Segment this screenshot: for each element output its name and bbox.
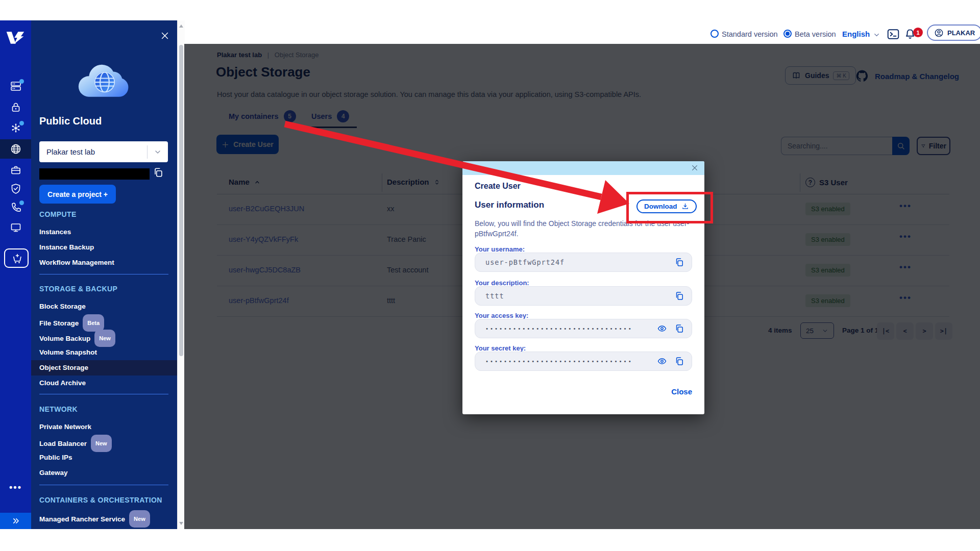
download-icon [681,203,689,210]
public-cloud-sidebar: Public Cloud Plakar test lab Create a pr… [31,20,177,529]
expand-sidebar-button[interactable] [0,513,31,529]
rail-shield-icon[interactable] [0,179,31,198]
terminal-icon[interactable] [887,28,900,41]
sidebar-item-managed-rancher[interactable]: Managed Rancher ServiceNew [31,510,177,525]
sidebar-divider [39,394,168,394]
modal-body-text: Below, you will find the Object Storage … [475,218,696,239]
standard-version-radio[interactable] [710,30,719,38]
beta-version-label[interactable]: Beta version [795,30,836,38]
access-key-field: •••••••••••••••••••••••••••••••• [475,319,692,338]
rail-network-hub-icon[interactable] [0,118,31,138]
scrollbar-thumb[interactable] [179,45,183,356]
sidebar-item-instances[interactable]: Instances [31,224,177,240]
sidebar-item-label: Cloud Archive [39,379,86,387]
sidebar-item-label: File Storage [39,319,79,327]
person-icon [934,28,944,38]
description-value: tttt [475,292,674,300]
modal-section-title: User information [475,200,544,210]
copy-icon[interactable] [674,356,684,366]
copy-icon[interactable] [674,323,684,334]
sidebar-item-workflow-management[interactable]: Workflow Management [31,255,177,270]
chevron-down-icon [148,148,168,156]
standard-version-label[interactable]: Standard version [722,30,778,38]
eye-icon[interactable] [657,356,667,366]
notification-dot [19,79,24,84]
username-label: Your username: [475,245,525,253]
sidebar-item-file-storage[interactable]: File StorageBeta [31,314,177,330]
sidebar-item-instance-backup[interactable]: Instance Backup [31,240,177,255]
rail-servers-icon[interactable] [0,77,31,96]
sidebar-section-network: NETWORK Private Network Load BalancerNew… [31,405,177,481]
sidebar-item-block-storage[interactable]: Block Storage [31,299,177,314]
new-badge: New [91,435,112,452]
rail-phone-icon[interactable] [0,198,31,217]
copy-icon[interactable] [674,257,684,267]
copy-icon[interactable] [674,291,684,301]
sidebar-item-volume-backup[interactable]: Volume BackupNew [31,330,177,345]
sidebar-item-public-ips[interactable]: Public IPs [31,450,177,465]
rail-security-lock-icon[interactable] [0,97,31,117]
sidebar-item-label: Private Network [39,423,91,431]
sidebar-item-label: Workflow Management [39,259,114,266]
language-selector[interactable]: English [842,30,870,38]
account-button[interactable]: PLAKAR [927,24,980,41]
section-heading: NETWORK [31,405,177,414]
rail-more-button[interactable]: ••• [0,482,31,493]
icon-rail: ••• [0,20,31,529]
sidebar-item-label: Block Storage [39,303,86,310]
modal-close-link[interactable]: Close [671,387,692,396]
sidebar-item-load-balancer[interactable]: Load BalancerNew [31,435,177,450]
sidebar-item-volume-snapshot[interactable]: Volume Snapshot [31,345,177,360]
sidebar-scrollbar[interactable] [177,20,185,529]
rail-public-cloud-globe-icon[interactable] [0,139,31,159]
sidebar-title: Public Cloud [39,115,102,127]
scroll-down-arrow-icon[interactable] [179,522,183,525]
secret-key-label: Your secret key: [475,344,526,352]
notification-dot [19,201,24,205]
secret-key-masked-value: •••••••••••••••••••••••••••••••• [475,359,657,364]
access-key-masked-value: •••••••••••••••••••••••••••••••• [475,326,657,332]
scroll-up-arrow-icon[interactable] [179,24,183,28]
rail-briefcase-icon[interactable] [0,160,31,180]
cloud-illustration [75,57,135,104]
description-field: tttt [475,286,692,306]
sidebar-item-label: Load Balancer [39,440,87,447]
beta-version-radio[interactable] [783,30,792,38]
download-button[interactable]: Download [636,199,697,213]
eye-icon[interactable] [657,323,667,334]
section-heading: STORAGE & BACKUP [31,285,177,294]
sidebar-section-compute: COMPUTE Instances Instance Backup Workfl… [31,210,177,270]
beta-badge: Beta [83,314,104,332]
notification-count-badge[interactable]: 1 [913,28,923,37]
username-value: user-pBtfwGprt24f [475,258,674,266]
download-label: Download [644,203,677,210]
project-selector[interactable]: Plakar test lab [39,141,168,162]
chevron-down-icon[interactable] [873,31,880,39]
sidebar-divider [39,274,168,274]
top-header: Standard version Beta version English 1 … [184,20,980,44]
ovhcloud-logo-icon[interactable] [5,31,26,47]
username-field: user-pBtfwGprt24f [475,253,692,272]
sidebar-divider [39,485,168,485]
sidebar-item-object-storage[interactable]: Object Storage [31,360,177,375]
sidebar-item-label: Volume Snapshot [39,348,97,356]
close-sidebar-icon[interactable] [160,31,171,42]
sidebar-item-cloud-archive[interactable]: Cloud Archive [31,375,177,391]
sidebar-item-gateway[interactable]: Gateway [31,465,177,481]
new-badge: New [94,330,115,347]
sidebar-item-label: Instance Backup [39,243,94,251]
copy-project-id-icon[interactable] [153,167,165,179]
sidebar-item-label: Instances [39,228,71,236]
section-heading: CONTAINERS & ORCHESTRATION [31,496,177,505]
sidebar-item-private-network[interactable]: Private Network [31,419,177,435]
sidebar-section-containers: CONTAINERS & ORCHESTRATION Managed Ranch… [31,496,177,525]
sidebar-item-label: Gateway [39,469,68,477]
new-badge: New [129,510,150,528]
create-user-modal: Create User User information Download Be… [462,161,704,414]
order-cart-button[interactable] [4,248,29,268]
rail-desktop-icon[interactable] [0,218,31,237]
project-id-redacted [39,168,150,180]
notification-dot [19,121,24,126]
create-project-button[interactable]: Create a project + [39,185,116,204]
close-icon[interactable] [691,164,699,172]
